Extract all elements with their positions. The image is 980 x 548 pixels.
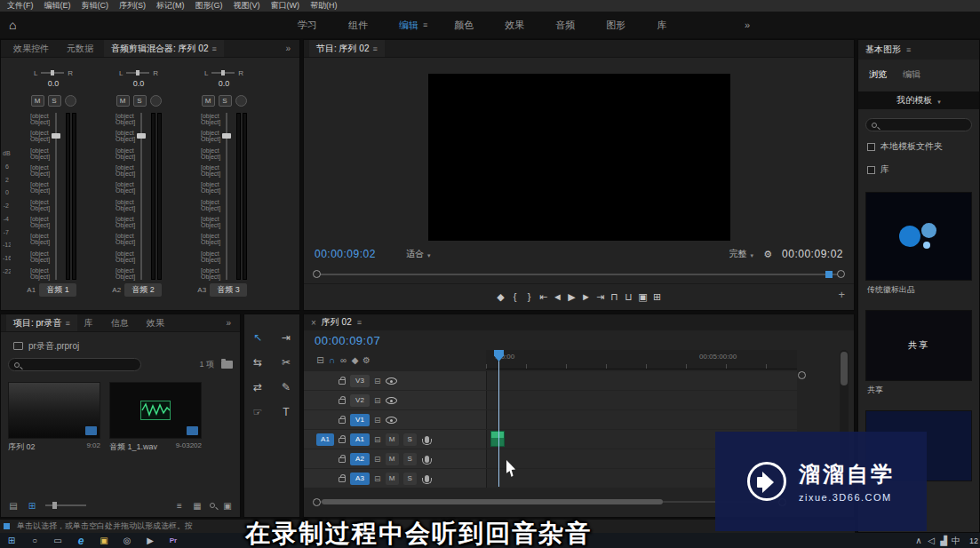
track-target-button[interactable]: V3: [350, 375, 370, 387]
audio-track-header[interactable]: A1 A1 ⊟ M S: [304, 430, 486, 449]
template-filter-checkbox-row[interactable]: 本地模板文件夹: [858, 135, 979, 158]
record-enable-button[interactable]: [235, 95, 247, 107]
panel-menu-icon[interactable]: ≡: [906, 45, 911, 54]
ripple-edit-tool[interactable]: ⇆: [246, 352, 269, 373]
sync-lock-icon[interactable]: ⊟: [374, 377, 381, 385]
mark-out-icon[interactable]: }: [522, 291, 537, 302]
step-back-icon[interactable]: ◄: [551, 291, 565, 302]
list-view-button[interactable]: ▤: [8, 501, 19, 511]
pan-control[interactable]: L R: [119, 67, 158, 79]
panel-tab[interactable]: 项目: pr录音 ≡: [6, 314, 77, 331]
mixer-track-label[interactable]: A2 音频 2: [98, 283, 176, 297]
menu-item[interactable]: 文件(F): [2, 0, 39, 12]
template-source-select[interactable]: 我的模板: [858, 91, 979, 109]
sync-lock-icon[interactable]: ⊟: [374, 416, 381, 425]
sort-icons-button[interactable]: ≡: [174, 501, 185, 511]
panel-menu-icon[interactable]: ≡: [372, 44, 377, 53]
sync-lock-icon[interactable]: ⊟: [374, 455, 381, 464]
pan-slider[interactable]: [41, 72, 64, 74]
type-tool[interactable]: T: [275, 401, 298, 423]
panel-tab[interactable]: 音频剪辑混合器: 序列 02 ≡: [104, 40, 224, 57]
panel-menu-icon[interactable]: ≡: [357, 318, 362, 327]
program-seek-bar[interactable]: [313, 269, 845, 280]
mixer-track-label[interactable]: A3 音频 3: [183, 283, 261, 297]
video-track-lane[interactable]: [486, 410, 797, 429]
template-thumbnail[interactable]: [865, 192, 972, 281]
workspace-tab[interactable]: 效果: [491, 12, 542, 38]
project-search-input[interactable]: [8, 358, 141, 371]
lock-icon[interactable]: [339, 438, 346, 443]
mute-button[interactable]: M: [116, 95, 130, 107]
workspace-tab[interactable]: 颜色: [441, 12, 491, 38]
volume-fader[interactable]: [51, 113, 61, 280]
workspace-tab-menu-icon[interactable]: ≡: [423, 20, 427, 29]
button-editor-plus[interactable]: +: [838, 288, 845, 301]
video-track-lane[interactable]: [486, 371, 797, 390]
workspace-tab[interactable]: 图形: [593, 12, 643, 38]
mute-track-button[interactable]: M: [386, 473, 399, 485]
mixer-track-label[interactable]: A1 音频 1: [12, 283, 91, 297]
zoom-handle-right[interactable]: [837, 270, 845, 278]
automate-to-sequence-button[interactable]: ▦: [192, 501, 203, 511]
mute-button[interactable]: M: [31, 95, 44, 107]
video-track-header[interactable]: V1 ⊟: [304, 410, 486, 429]
solo-button[interactable]: S: [48, 95, 61, 107]
source-patch[interactable]: A1: [316, 433, 334, 446]
menu-item[interactable]: 帮助(H): [305, 0, 343, 12]
zoom-level-select[interactable]: 适合: [406, 248, 431, 260]
fader-knob[interactable]: [52, 133, 60, 139]
panel-overflow-chevron[interactable]: »: [222, 318, 235, 328]
find-button[interactable]: [210, 503, 215, 508]
lock-icon[interactable]: [339, 399, 346, 404]
nest-toggle-icon[interactable]: ⊟: [315, 355, 326, 365]
lock-icon[interactable]: [339, 418, 346, 424]
volume-fader[interactable]: [136, 113, 147, 280]
playback-resolution-select[interactable]: 完整: [729, 248, 754, 260]
toggle-track-output-icon[interactable]: [386, 397, 397, 404]
voiceover-record-icon[interactable]: [425, 475, 429, 482]
solo-button[interactable]: S: [133, 95, 147, 107]
program-tab[interactable]: 节目: 序列 02 ≡: [309, 40, 385, 57]
panel-tab[interactable]: 元数据: [60, 40, 104, 57]
fader-knob[interactable]: [222, 133, 231, 139]
track-target-button[interactable]: A1: [350, 433, 370, 446]
mark-in-icon[interactable]: {: [508, 291, 522, 302]
scrollbar-handle[interactable]: [841, 352, 848, 385]
workspace-tab[interactable]: 音频: [542, 12, 593, 38]
slip-tool[interactable]: ⇄: [246, 377, 269, 398]
step-forward-icon[interactable]: ►: [579, 291, 594, 302]
home-icon[interactable]: ⌂: [9, 18, 16, 32]
track-zoom-handle-top[interactable]: [798, 371, 806, 379]
mute-track-button[interactable]: M: [386, 433, 399, 446]
workspace-tab[interactable]: 库: [643, 12, 684, 38]
pan-control[interactable]: L R: [34, 67, 73, 79]
record-enable-button[interactable]: [150, 95, 162, 107]
panel-tab[interactable]: 效果: [139, 314, 175, 331]
pan-control[interactable]: L R: [204, 67, 243, 79]
essential-graphics-tab[interactable]: 基本图形 ≡: [858, 40, 979, 60]
audio-track-header[interactable]: A2 ⊟ M S: [304, 449, 486, 468]
menu-item[interactable]: 标记(M): [151, 0, 190, 12]
taskbar-clock[interactable]: 12: [969, 536, 978, 545]
add-marker-icon[interactable]: ◆: [494, 291, 508, 303]
menu-item[interactable]: 图形(G): [190, 0, 228, 12]
add-marker-icon[interactable]: ◆: [349, 355, 361, 365]
template-filter-checkbox-row[interactable]: 库: [858, 158, 979, 181]
playhead-timecode[interactable]: 00:00:09:02: [315, 248, 376, 260]
zoom-handle-left[interactable]: [313, 498, 321, 506]
track-target-button[interactable]: V2: [350, 394, 370, 407]
export-frame-icon[interactable]: ▣: [636, 291, 650, 303]
eg-mode-tab[interactable]: 浏览: [869, 68, 887, 81]
workspace-tab[interactable]: 组件: [335, 12, 386, 38]
template-thumbnail[interactable]: 共享: [865, 310, 972, 381]
mute-track-button[interactable]: M: [386, 453, 399, 465]
checkbox[interactable]: [867, 143, 875, 151]
seek-track[interactable]: [320, 274, 838, 275]
panel-menu-icon[interactable]: ≡: [65, 319, 69, 328]
lift-icon[interactable]: ⊓: [608, 291, 622, 303]
panel-tab[interactable]: 效果控件: [6, 40, 60, 57]
panel-tab[interactable]: 库: [77, 314, 104, 331]
project-item-thumbnail[interactable]: [109, 382, 202, 439]
settings-wrench-icon[interactable]: ⚙: [761, 249, 775, 260]
track-target-button[interactable]: A3: [350, 473, 370, 485]
